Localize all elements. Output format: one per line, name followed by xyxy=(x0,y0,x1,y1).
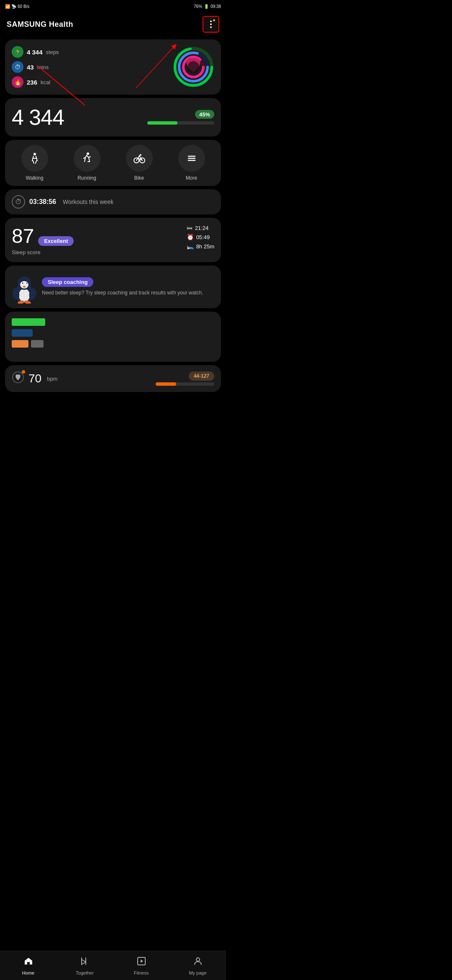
data-speed: 60 B/s xyxy=(18,4,29,9)
samsung-label: SAMSUNG xyxy=(7,20,47,28)
heart-rate-card[interactable]: 70 bpm 44-127 xyxy=(5,365,221,392)
heart-icon xyxy=(12,371,24,386)
bedtime-value: 21:24 xyxy=(195,225,209,231)
coaching-badge: Sleep coaching xyxy=(42,277,93,287)
wifi-icon: 📡 xyxy=(11,4,16,9)
bike-button[interactable]: Bike xyxy=(126,145,153,181)
coaching-text: Need better sleep? Try sleep coaching an… xyxy=(42,289,203,297)
status-bar: 📶 📡 60 B/s 76% 🔋 09:38 xyxy=(0,0,226,13)
svg-point-13 xyxy=(140,154,141,156)
workout-label: Workouts this week xyxy=(63,199,113,205)
chart-bar-1 xyxy=(12,318,214,326)
activity-chart-card[interactable] xyxy=(5,312,221,362)
coaching-content: Sleep coaching Need better sleep? Try sl… xyxy=(42,277,203,297)
activity-metrics: 🏃 4 344 steps ⏱ 43 mins 🔥 236 kcal xyxy=(12,46,59,88)
signal-icon: 📶 xyxy=(5,4,10,9)
running-label: Running xyxy=(77,175,96,181)
hr-range-section: 44-127 xyxy=(156,371,214,386)
bedtime-icon: 🛏 xyxy=(187,224,193,231)
more-icon xyxy=(178,145,205,172)
hr-bar-fill xyxy=(156,382,176,386)
stopwatch-icon: ⏱ xyxy=(12,195,25,209)
sleep-score-label: Sleep score xyxy=(12,249,214,255)
walking-icon xyxy=(21,145,48,172)
mins-icon: ⏱ xyxy=(12,61,23,73)
kcal-metric: 🔥 236 kcal xyxy=(12,76,59,88)
sleep-details: 🛏 21:24 ⏰ 05:49 🛌 8h 25m xyxy=(187,224,214,250)
status-left: 📶 📡 60 B/s xyxy=(5,4,29,9)
bar-gray xyxy=(31,340,44,348)
hr-orange-dot xyxy=(22,370,25,374)
steps-progress-bar-fill xyxy=(147,121,177,125)
penguin-image xyxy=(12,272,37,302)
more-button[interactable]: More xyxy=(178,145,205,181)
heart-ring xyxy=(172,46,214,88)
status-right: 76% 🔋 09:38 xyxy=(194,4,221,9)
steps-card[interactable]: 4 344 45% xyxy=(5,98,221,137)
svg-point-9 xyxy=(33,153,36,155)
kcal-value: 236 xyxy=(27,79,37,86)
app-title: SAMSUNG Health xyxy=(7,20,73,29)
mins-metric: ⏱ 43 mins xyxy=(12,61,59,73)
hr-range-badge: 44-127 xyxy=(189,371,214,381)
steps-progress: 45% xyxy=(147,110,214,125)
svg-point-24 xyxy=(26,283,28,284)
activity-summary-card[interactable]: 🏃 4 344 steps ⏱ 43 mins 🔥 236 kcal xyxy=(5,39,221,95)
sleep-card[interactable]: 87 Excellent Sleep score 🛏 21:24 ⏰ 05:49… xyxy=(5,218,221,262)
wakeup-value: 05:49 xyxy=(196,234,210,240)
sleep-wakeup: ⏰ 05:49 xyxy=(187,234,214,240)
workout-time: 03:38:56 xyxy=(29,198,56,206)
svg-point-23 xyxy=(22,283,23,284)
svg-line-7 xyxy=(136,46,175,88)
svg-point-10 xyxy=(87,152,89,155)
sleep-duration-icon: 🛌 xyxy=(187,243,194,250)
steps-percent-badge: 45% xyxy=(195,110,214,119)
chart-bar-2 xyxy=(12,329,214,337)
workout-card[interactable]: ⏱ 03:38:56 Workouts this week xyxy=(5,189,221,214)
bike-icon xyxy=(126,145,153,172)
battery-pct: 76% xyxy=(194,4,202,9)
steps-icon: 🏃 xyxy=(12,46,23,58)
more-label: More xyxy=(186,175,197,181)
alarm-icon: ⏰ xyxy=(187,234,194,240)
svg-point-18 xyxy=(19,289,30,302)
kcal-unit: kcal xyxy=(41,79,50,85)
sleep-score-value: 87 xyxy=(12,224,34,248)
hr-unit: bpm xyxy=(47,376,57,382)
sleep-coaching-card[interactable]: Sleep coaching Need better sleep? Try sl… xyxy=(5,266,221,308)
battery-icon: 🔋 xyxy=(204,4,209,9)
notification-dot xyxy=(213,19,215,21)
steps-progress-bar-bg xyxy=(147,121,214,125)
bar-orange xyxy=(12,340,28,348)
duration-value: 8h 25m xyxy=(196,243,214,250)
activities-card: Walking Running Bike xyxy=(5,140,221,186)
three-dots-icon xyxy=(210,21,212,28)
sleep-bedtime: 🛏 21:24 xyxy=(187,224,214,231)
bar-blue xyxy=(12,329,33,337)
mins-value: 43 xyxy=(27,64,34,71)
walking-button[interactable]: Walking xyxy=(21,145,48,181)
mins-unit: mins xyxy=(37,64,49,70)
hr-bar-bg xyxy=(156,382,214,386)
chart-bars xyxy=(12,318,214,348)
health-label: Health xyxy=(49,20,73,28)
chart-bar-3 xyxy=(12,340,214,348)
svg-point-6 xyxy=(187,61,199,73)
bike-label: Bike xyxy=(134,175,144,181)
kcal-icon: 🔥 xyxy=(12,76,23,88)
walking-label: Walking xyxy=(26,175,43,181)
sleep-badge: Excellent xyxy=(38,236,74,246)
sleep-duration: 🛌 8h 25m xyxy=(187,243,214,250)
running-button[interactable]: Running xyxy=(74,145,100,181)
steps-unit: steps xyxy=(46,49,59,55)
menu-button[interactable] xyxy=(203,16,219,33)
steps-metric: 🏃 4 344 steps xyxy=(12,46,59,58)
bar-green xyxy=(12,318,45,326)
app-header: SAMSUNG Health xyxy=(0,13,226,36)
hr-value: 70 xyxy=(28,372,41,385)
steps-value: 4 344 xyxy=(27,49,43,56)
running-icon xyxy=(74,145,100,172)
clock-time: 09:38 xyxy=(211,4,221,9)
